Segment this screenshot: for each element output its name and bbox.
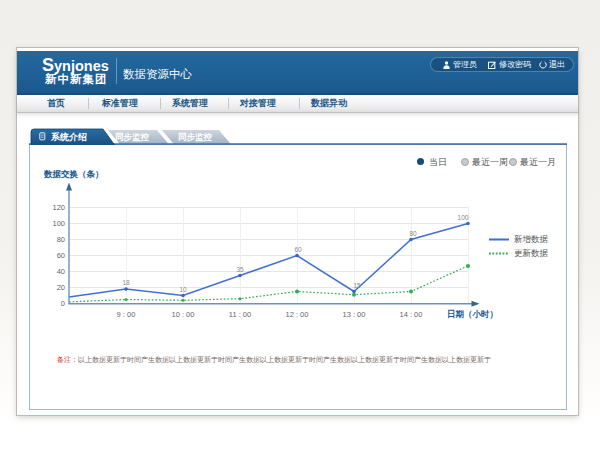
svg-text:12 : 00: 12 : 00 (286, 310, 309, 319)
svg-text:20: 20 (57, 283, 65, 292)
svg-text:11 : 00: 11 : 00 (229, 310, 251, 319)
svg-text:80: 80 (409, 230, 417, 237)
svg-text:100: 100 (458, 214, 469, 221)
svg-text:40: 40 (57, 267, 65, 276)
svg-text:60: 60 (294, 246, 302, 253)
svg-text:60: 60 (57, 251, 65, 260)
svg-text:系统介绍: 系统介绍 (50, 132, 87, 142)
svg-text:80: 80 (57, 235, 65, 244)
svg-text:35: 35 (236, 266, 244, 273)
svg-text:0: 0 (61, 299, 65, 308)
svg-text:同步监控: 同步监控 (178, 132, 213, 142)
svg-text:15: 15 (353, 282, 361, 289)
svg-text:14 : 00: 14 : 00 (400, 310, 423, 319)
svg-text:同步监控: 同步监控 (115, 132, 150, 142)
svg-text:10 : 00: 10 : 00 (172, 310, 195, 319)
svg-text:120: 120 (52, 203, 65, 212)
svg-text:10: 10 (179, 286, 187, 293)
svg-text:100: 100 (52, 219, 65, 228)
svg-text:18: 18 (122, 279, 130, 286)
svg-text:13 : 00: 13 : 00 (343, 310, 366, 319)
svg-text:9 : 00: 9 : 00 (117, 310, 136, 319)
